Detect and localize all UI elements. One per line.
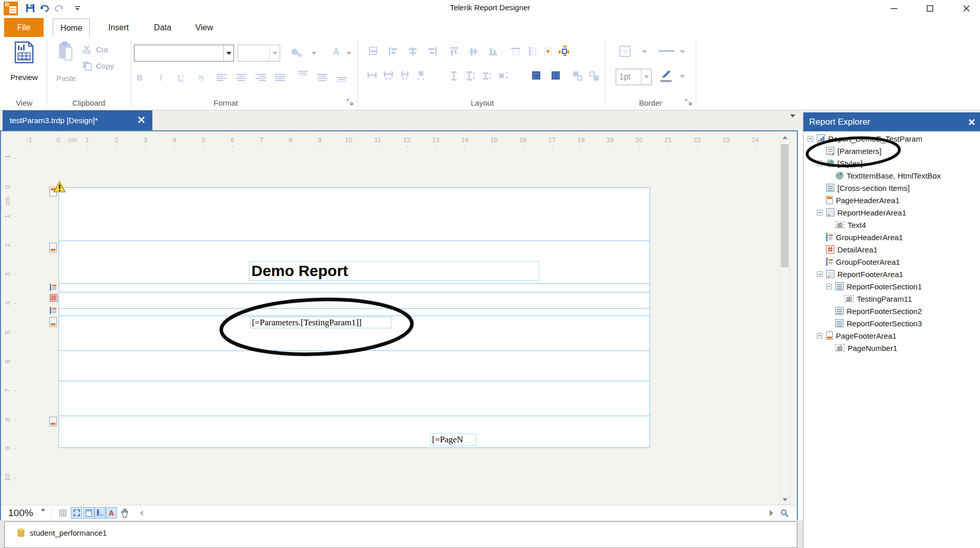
tree-item-reportfootersection3[interactable]: ReportFooterSection3 [826,317,922,329]
send-to-back-button[interactable] [550,70,561,81]
warning-icon[interactable] [53,181,66,195]
align-tops-button[interactable] [448,45,459,56]
bold-button[interactable]: B [132,71,147,85]
vertical-scrollbar[interactable] [779,132,790,505]
tree-item-reportheaderarea1[interactable]: ReportHeaderArea1 [817,206,906,219]
zoom-tool-button[interactable] [779,507,790,519]
font-name-dropdown[interactable] [223,45,233,61]
font-name-combobox[interactable] [134,45,234,62]
collapse-expander-icon[interactable] [817,161,822,166]
snap-to-grid-button[interactable] [71,507,82,519]
app-icon[interactable]: R [4,2,18,15]
scroll-left-button[interactable] [135,507,147,519]
valign-top-button[interactable] [298,71,308,75]
valign-bottom-button[interactable] [337,77,347,82]
center-in-form-button[interactable] [558,45,570,56]
tree-item-pagefooterarea1[interactable]: PageFooterArea1 [817,329,896,342]
decrease-vertical-spacing-button[interactable] [481,70,492,81]
pan-tool-button[interactable] [119,507,130,519]
group-footer-band-icon[interactable] [50,307,56,314]
paste-button[interactable]: Paste [53,41,80,94]
tree-item-textitembase-htmltextbox[interactable]: TextItemBase, HtmlTextBox [826,169,940,182]
tab-data[interactable]: Data [148,18,178,37]
format-dialog-launcher[interactable] [347,99,354,106]
tree-item-pageheaderarea1[interactable]: PageHeaderArea1 [817,194,899,206]
document-tab[interactable]: testParam3.trdp [Design]* [3,110,152,130]
border-dialog-launcher[interactable] [685,99,693,106]
tree-item-reportfootersection2[interactable]: ReportFooterSection2 [826,305,922,317]
align-justify-button[interactable] [275,74,285,82]
align-middles-button[interactable] [467,45,479,56]
font-size-combobox[interactable] [238,45,280,62]
band-divider[interactable] [58,308,650,309]
band-divider[interactable] [58,283,650,284]
align-left-button[interactable] [217,74,227,82]
bring-to-front-button[interactable] [531,70,542,81]
report-explorer-close-button[interactable] [968,118,975,128]
tab-list-dropdown[interactable] [790,118,795,127]
copy-button[interactable]: Copy [82,60,128,72]
strikethrough-button[interactable]: S [193,71,209,85]
remove-vertical-spacing-button[interactable] [497,70,508,81]
collapse-expander-icon[interactable] [817,333,822,339]
band-divider[interactable] [58,350,650,351]
group-header-band-icon[interactable] [50,284,56,291]
report-footer-band-icon[interactable] [49,317,57,327]
valign-middle-button[interactable] [317,74,327,82]
tree-item-report-demoe-testparam[interactable]: Report_DemoE_TestParam [808,132,922,145]
tree-item-reportfooterarea1[interactable]: ReportFooterArea1 [817,268,903,280]
report-title-textbox[interactable]: Demo Report [249,261,539,281]
tree-item-pagenumber1[interactable]: PageNumber1 [826,342,897,354]
tree-item-parameters[interactable]: [Parameters] [817,145,881,157]
underline-button[interactable]: U [173,71,188,85]
border-width-dropdown[interactable] [641,69,651,85]
font-size-dropdown[interactable] [269,45,280,61]
zoom-level[interactable]: 100% [8,507,33,519]
tab-home[interactable]: Home [53,18,90,37]
increase-vertical-spacing-button[interactable] [464,70,476,81]
save-button[interactable] [24,2,37,14]
border-select-dropdown[interactable] [640,46,649,57]
tree-item-detailarea1[interactable]: DetailArea1 [817,243,877,256]
collapse-expander-icon[interactable] [826,284,832,289]
italic-button[interactable]: I [153,71,168,85]
align-centers-button[interactable] [406,45,418,56]
same-width-button[interactable] [509,45,521,56]
same-height-button[interactable] [526,45,538,56]
remove-horizontal-spacing-button[interactable] [415,70,426,81]
font-color-dropdown[interactable] [345,48,353,59]
cut-button[interactable]: Cut [82,43,128,55]
band-divider[interactable] [58,381,650,381]
detail-band-icon[interactable] [50,294,57,302]
minimize-button[interactable] [882,0,906,16]
ungroup-items-button[interactable] [588,70,599,81]
background-color-dropdown[interactable] [310,48,318,59]
parameter-expression-textbox[interactable]: [=Parameters.[TestingParam1]] [250,317,391,328]
tree-item-groupheaderarea1[interactable]: GroupHeaderArea1 [817,231,903,243]
maximize-button[interactable] [918,0,942,16]
show-grid-button[interactable] [57,507,69,519]
align-to-grid-button[interactable] [367,45,379,56]
tree-item-reportfootersection1[interactable]: ReportFooterSection1 [826,280,922,292]
align-right-button[interactable] [256,74,266,82]
tree-item-groupfooterarea1[interactable]: GroupFooterArea1 [817,256,900,268]
band-divider[interactable] [58,292,650,292]
size-to-grid-button[interactable] [542,45,553,56]
decrease-horizontal-spacing-button[interactable] [399,70,410,81]
scroll-right-button[interactable] [766,507,777,519]
align-bottoms-button[interactable] [487,45,498,56]
qat-customize-button[interactable] [71,2,84,14]
tab-view[interactable]: View [189,18,220,37]
increase-horizontal-spacing-button[interactable] [382,70,394,81]
band-divider[interactable] [58,241,650,241]
page-number-textbox[interactable]: [=PageN [430,434,476,446]
page-footer-band-icon[interactable] [49,417,57,426]
tree-item-styles[interactable]: [Styles] [817,157,863,169]
redo-button[interactable] [52,2,66,14]
collapse-expander-icon[interactable] [817,271,822,277]
font-color-button[interactable]: A [330,46,342,60]
group-items-button[interactable] [572,70,583,81]
border-select-button[interactable] [619,45,632,57]
page-layout-button[interactable] [83,507,94,519]
background-color-button[interactable] [290,47,307,60]
